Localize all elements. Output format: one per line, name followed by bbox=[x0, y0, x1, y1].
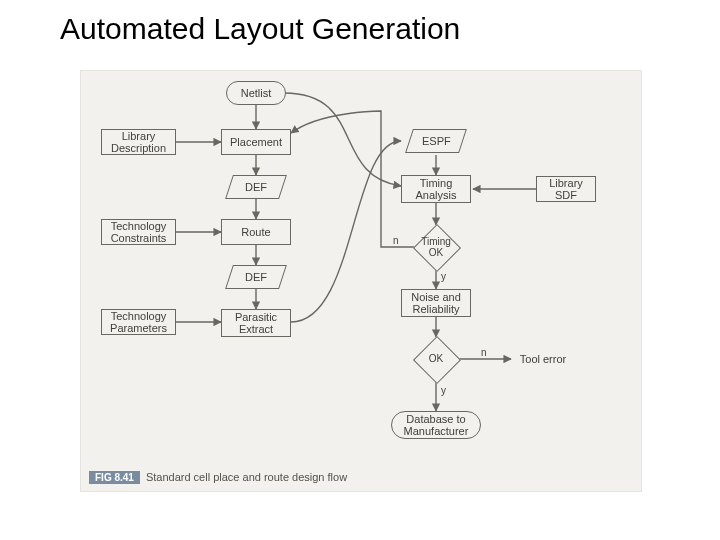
edge-label-ok-n: n bbox=[481, 347, 487, 358]
label: DEF bbox=[245, 271, 267, 283]
node-def-1: DEF bbox=[225, 175, 287, 199]
label: Database to Manufacturer bbox=[392, 413, 480, 437]
node-timing-ok: Timing OK bbox=[414, 225, 458, 269]
edge-label-ok-y: y bbox=[441, 385, 446, 396]
label: DEF bbox=[245, 181, 267, 193]
node-netlist: Netlist bbox=[226, 81, 286, 105]
edge-label-timing-ok-n: n bbox=[393, 235, 399, 246]
node-database-to-manufacturer: Database to Manufacturer bbox=[391, 411, 481, 439]
label: Technology Constraints bbox=[102, 220, 175, 244]
node-route: Route bbox=[221, 219, 291, 245]
node-timing-analysis: Timing Analysis bbox=[401, 175, 471, 203]
node-library-description: Library Description bbox=[101, 129, 176, 155]
page-title: Automated Layout Generation bbox=[60, 12, 460, 46]
label: Parasitic Extract bbox=[222, 311, 290, 335]
figure-tag: FIG 8.41 bbox=[89, 471, 140, 484]
node-technology-constraints: Technology Constraints bbox=[101, 219, 176, 245]
figure-caption-text: Standard cell place and route design flo… bbox=[146, 471, 347, 483]
node-espf: ESPF bbox=[405, 129, 467, 153]
node-ok: OK bbox=[414, 337, 458, 381]
label: Route bbox=[241, 226, 270, 238]
label: Timing Analysis bbox=[402, 177, 470, 201]
node-def-2: DEF bbox=[225, 265, 287, 289]
label: Netlist bbox=[241, 87, 272, 99]
label: Library SDF bbox=[537, 177, 595, 201]
node-placement: Placement bbox=[221, 129, 291, 155]
node-technology-parameters: Technology Parameters bbox=[101, 309, 176, 335]
label: Technology Parameters bbox=[102, 310, 175, 334]
flowchart-diagram: Library Description Technology Constrain… bbox=[80, 70, 642, 492]
label: ESPF bbox=[422, 135, 451, 147]
node-parasitic-extract: Parasitic Extract bbox=[221, 309, 291, 337]
node-library-sdf: Library SDF bbox=[536, 176, 596, 202]
edge-label-timing-ok-y: y bbox=[441, 271, 446, 282]
label: Noise and Reliability bbox=[402, 291, 470, 315]
figure-caption: FIG 8.41Standard cell place and route de… bbox=[89, 471, 347, 483]
label: Placement bbox=[230, 136, 282, 148]
node-noise-reliability: Noise and Reliability bbox=[401, 289, 471, 317]
node-tool-error: Tool error bbox=[513, 353, 573, 365]
label: Library Description bbox=[102, 130, 175, 154]
